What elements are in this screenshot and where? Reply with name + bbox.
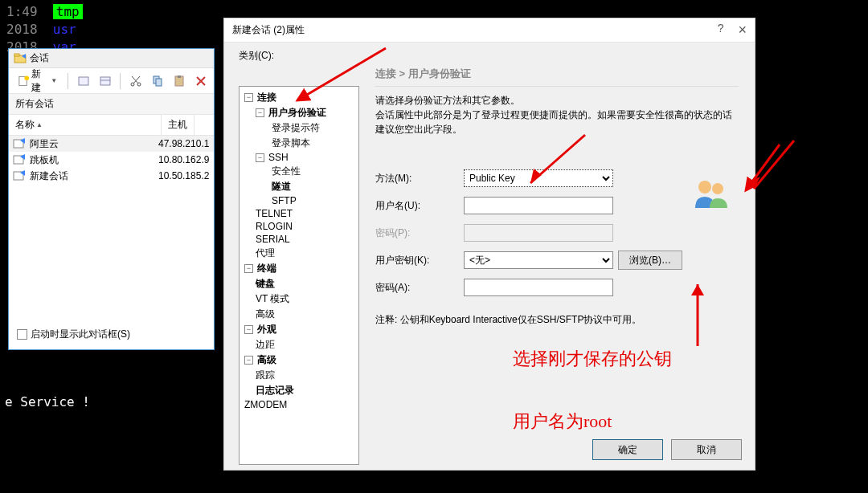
tree-log[interactable]: 日志记录 [256,384,294,397]
label-pass2: 密码(A): [375,281,464,295]
category-tree[interactable]: −连接 −用户身份验证 登录提示符 登录脚本 −SSH 安全性 隧道 SFTP … [239,86,359,465]
cut-button[interactable] [127,72,144,90]
new-label: 新建 [31,67,49,95]
userkey-select[interactable]: <无> [464,251,613,269]
tree-vt[interactable]: VT 模式 [256,292,289,306]
close-button[interactable]: × [738,22,747,39]
breadcrumb: 连接 > 用户身份验证 [375,67,739,87]
description: 请选择身份验证方法和其它参数。 会话属性中此部分是为了登录过程更便捷而提供的。如… [375,93,739,136]
session-icon [12,169,27,182]
session-icon [12,153,27,166]
sessions-list-header: 名称▲ 主机 [9,115,214,136]
minus-icon[interactable]: − [244,325,253,334]
minus-icon[interactable]: − [244,93,253,102]
folder-icon [14,52,27,65]
category-label: 类别(C): [239,49,274,63]
svg-point-3 [24,75,29,80]
tree-margin[interactable]: 边距 [256,338,275,352]
tree-rlogin[interactable]: RLOGIN [256,221,293,232]
sessions-window: 会话 新建 ▼ 所有会话 名称▲ 主机 阿里云 47.98.210.1 跳板机 … [8,48,215,350]
label-key: 用户密钥(K): [375,254,464,267]
properties-dialog: 新建会话 (2)属性 ? × 类别(C): −连接 −用户身份验证 登录提示符 … [223,18,755,471]
new-icon [18,75,30,88]
sessions-toolbar: 新建 ▼ [9,68,214,94]
label-pass: 密码(P): [375,226,464,240]
checkbox-icon[interactable] [17,329,27,340]
minus-icon[interactable]: − [244,356,253,365]
tree-sftp[interactable]: SFTP [272,195,297,206]
help-button[interactable]: ? [718,22,724,39]
svg-point-20 [698,181,711,194]
svg-rect-14 [178,75,181,78]
tree-advanced[interactable]: 高级 [256,308,275,321]
sessions-list: 阿里云 47.98.210.1 跳板机 10.80.162.9 新建会话 10.… [9,136,214,184]
sessions-titlebar[interactable]: 会话 [9,49,214,68]
session-icon [12,137,27,150]
tree-trace[interactable]: 跟踪 [256,369,275,382]
svg-rect-4 [79,77,88,85]
tree-adv2[interactable]: 高级 [257,353,276,367]
tree-telnet[interactable]: TELNET [256,208,293,219]
tree-terminal[interactable]: 终端 [257,262,276,275]
sessions-title: 会话 [30,51,49,65]
username-input[interactable] [464,197,613,214]
tree-keyboard[interactable]: 键盘 [256,277,275,291]
svg-rect-12 [156,79,162,86]
browse-button[interactable]: 浏览(B)… [618,251,682,270]
label-user: 用户名(U): [375,199,464,213]
method-select[interactable]: Public Key [464,169,613,187]
delete-button[interactable] [192,72,209,90]
new-button[interactable]: 新建 ▼ [14,72,61,90]
ok-button[interactable]: 确定 [592,439,663,460]
minus-icon[interactable]: − [244,264,253,273]
tree-proxy[interactable]: 代理 [256,246,275,260]
minus-icon[interactable]: − [256,108,264,117]
dialog-title: 新建会话 (2)属性 [232,23,305,37]
copy-button[interactable] [149,72,166,90]
tb-btn-2[interactable] [96,72,113,90]
tree-tunnel[interactable]: 隧道 [272,180,291,194]
password-input [464,224,613,242]
cancel-button[interactable]: 取消 [671,439,742,460]
tree-script[interactable]: 登录脚本 [272,136,310,150]
list-item[interactable]: 跳板机 10.80.162.9 [9,152,214,168]
startup-option[interactable]: 启动时显示此对话框(S) [17,328,130,341]
hdr-name[interactable]: 名称▲ [9,115,162,135]
tree-prompt[interactable]: 登录提示符 [272,121,320,135]
svg-rect-1 [14,54,19,56]
scissors-icon [129,75,142,88]
minus-icon[interactable]: − [256,153,264,162]
list-item[interactable]: 阿里云 47.98.210.1 [9,136,214,152]
chevron-down-icon: ▼ [51,77,57,84]
tree-ssh[interactable]: SSH [268,152,289,163]
dialog-titlebar[interactable]: 新建会话 (2)属性 ? × [224,18,755,43]
sessions-tab[interactable]: 所有会话 [9,94,214,115]
keypass-input[interactable] [464,279,613,296]
hdr-host[interactable]: 主机 [162,115,194,135]
tree-look[interactable]: 外观 [257,323,276,336]
tree-serial[interactable]: SERIAL [256,234,290,245]
users-icon [692,177,731,210]
paste-icon [173,75,186,88]
paste-button[interactable] [170,72,187,90]
label-method: 方法(M): [375,172,464,185]
tree-conn[interactable]: 连接 [257,91,276,104]
tree-zmodem[interactable]: ZMODEM [244,399,287,410]
list-item[interactable]: 新建会话 10.50.185.2 [9,168,214,184]
svg-point-21 [712,183,723,194]
tree-auth[interactable]: 用户身份验证 [268,106,326,120]
note: 注释: 公钥和Keyboard Interactive仅在SSH/SFTP协议中… [375,313,739,327]
tb-btn-1[interactable] [75,72,92,90]
x-icon [194,75,207,88]
tree-security[interactable]: 安全性 [272,165,301,178]
copy-icon [151,75,164,88]
svg-rect-5 [100,77,110,85]
